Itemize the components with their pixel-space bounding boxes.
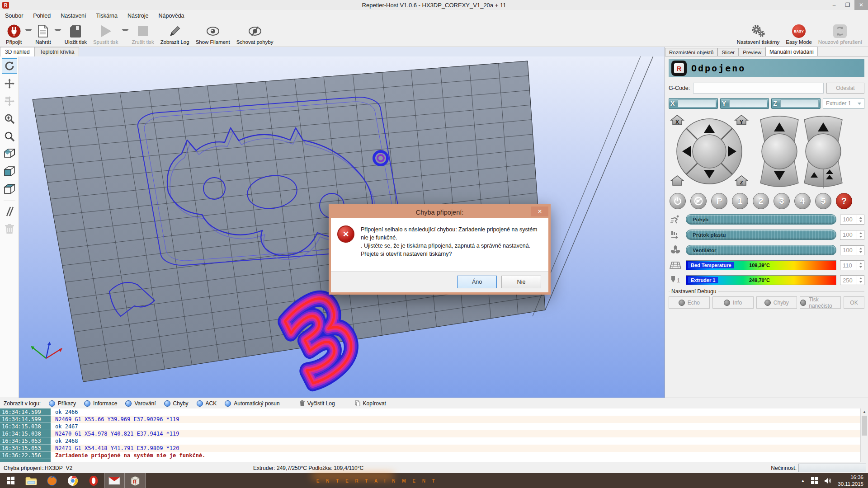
help-button[interactable]: ?: [836, 193, 852, 209]
spin-up-icon[interactable]: [859, 248, 862, 249]
home-x-button[interactable]: X: [671, 115, 684, 125]
front-view-button[interactable]: [2, 164, 17, 179]
power-button[interactable]: [670, 193, 686, 209]
tray-expand-icon[interactable]: ▲: [801, 479, 805, 483]
tab-object-placement[interactable]: Rozmístění objektů: [665, 48, 717, 56]
firefox-button[interactable]: [42, 473, 62, 488]
debug-dry-run-button[interactable]: Tisk nanečisto: [800, 296, 841, 309]
menu-nastroje[interactable]: Nástroje: [123, 11, 154, 21]
send-gcode-button[interactable]: Odeslat: [826, 83, 864, 94]
debug-echo-button[interactable]: Echo: [669, 296, 710, 309]
gcode-input[interactable]: [693, 83, 824, 94]
scroll-up-icon[interactable]: ▲: [861, 408, 868, 415]
clear-log-button[interactable]: Vyčistit Log: [300, 400, 335, 407]
preset-4-button[interactable]: 4: [794, 193, 811, 209]
filter-errors[interactable]: Chyby: [164, 400, 189, 407]
file-explorer-button[interactable]: [21, 473, 42, 488]
minimize-button[interactable]: –: [827, 0, 841, 10]
y-position-bar[interactable]: Y: [720, 98, 769, 109]
extruder-select[interactable]: Extruder 1: [823, 98, 864, 109]
extruder-jog-control[interactable]: [804, 116, 842, 188]
network-icon[interactable]: [811, 477, 818, 484]
chrome-button[interactable]: [62, 473, 83, 488]
cancel-print-button[interactable]: Zrušit tisk: [129, 21, 157, 47]
load-dropdown-caret[interactable]: [54, 29, 61, 31]
clock[interactable]: 16:36 30.11.2015: [838, 474, 863, 487]
speed-spinner[interactable]: 100: [840, 215, 864, 225]
log-scrollbar[interactable]: ▲: [860, 408, 868, 462]
fan-slider[interactable]: Ventilátor: [686, 245, 836, 255]
fan-spinner[interactable]: 100: [840, 245, 864, 255]
x-position-bar[interactable]: X: [669, 98, 718, 109]
xy-jog-pad[interactable]: [677, 119, 742, 184]
filter-commands[interactable]: Příkazy: [49, 400, 76, 407]
pan-view-button[interactable]: [2, 76, 17, 91]
copy-log-button[interactable]: Kopírovat: [355, 400, 386, 407]
spin-up-icon[interactable]: [859, 263, 862, 264]
filter-information[interactable]: Informace: [84, 400, 117, 407]
move-object-button[interactable]: [2, 94, 17, 109]
start-button[interactable]: [0, 473, 21, 488]
printer-settings-button[interactable]: Nastavení tiskárny: [734, 21, 783, 47]
debug-errors-button[interactable]: Chyby: [756, 296, 797, 309]
parallel-projection-button[interactable]: [2, 204, 17, 219]
dialog-yes-button[interactable]: Áno: [457, 276, 497, 288]
log-area[interactable]: 16:34:14.599ok 2466 16:34:14.599N2469 G1…: [0, 408, 868, 462]
tab-preview[interactable]: Preview: [739, 48, 765, 56]
menu-napoveda[interactable]: Nápověda: [154, 11, 189, 21]
menu-tiskarna[interactable]: Tiskárna: [91, 11, 123, 21]
tab-3d-preview[interactable]: 3D náhled: [0, 47, 35, 56]
z-position-bar[interactable]: Z: [771, 98, 821, 109]
home-y-button[interactable]: Y: [735, 115, 748, 125]
spin-down-icon[interactable]: [859, 266, 862, 268]
filter-ack[interactable]: ACK: [197, 400, 217, 407]
start-print-dropdown-caret[interactable]: [122, 29, 129, 31]
spin-up-icon[interactable]: [859, 277, 862, 279]
dialog-close-button[interactable]: ✕: [531, 206, 548, 216]
hide-travel-button[interactable]: Schovat pohyby: [233, 21, 277, 47]
maximize-button[interactable]: ❐: [841, 0, 854, 10]
preset-2-button[interactable]: 2: [753, 193, 769, 209]
isometric-view-button[interactable]: [2, 146, 17, 162]
mail-app-button[interactable]: [104, 473, 125, 488]
preset-1-button[interactable]: 1: [732, 193, 748, 209]
zoom-in-button[interactable]: [2, 111, 17, 127]
opera-button[interactable]: [83, 473, 104, 488]
speaker-icon[interactable]: [824, 478, 831, 484]
extruder-temperature-spinner[interactable]: 250: [840, 275, 864, 285]
spin-down-icon[interactable]: [859, 221, 862, 222]
scroll-thumb[interactable]: [862, 416, 867, 436]
speed-slider[interactable]: Pohyb: [686, 214, 836, 225]
repetier-host-taskbar-button[interactable]: R: [125, 473, 146, 488]
park-button[interactable]: P: [711, 193, 727, 209]
dialog-title-bar[interactable]: Chyba připojení: ✕: [331, 206, 548, 218]
dialog-no-button[interactable]: Nie: [501, 276, 541, 288]
tab-manual-control[interactable]: Manuální ovládání: [765, 47, 818, 56]
spin-up-icon[interactable]: [859, 232, 862, 234]
delete-object-button[interactable]: [2, 221, 17, 237]
fit-view-button[interactable]: [2, 129, 17, 144]
load-button[interactable]: Nahrát: [32, 21, 54, 47]
show-filament-button[interactable]: Show Filament: [193, 21, 233, 47]
z-jog-control[interactable]: [760, 116, 798, 187]
home-all-button[interactable]: [671, 176, 684, 185]
menu-pohled[interactable]: Pohled: [28, 11, 56, 21]
tab-temperature-curve[interactable]: Teplotní křivka: [35, 47, 80, 56]
debug-info-button[interactable]: Info: [712, 296, 754, 309]
top-view-button[interactable]: [2, 182, 17, 197]
rotate-view-button[interactable]: [2, 58, 17, 74]
emergency-stop-button[interactable]: Nouzové přerušení: [815, 21, 865, 47]
bed-temperature-bar[interactable]: Bed Temperature 109,39°C: [686, 260, 836, 270]
filter-autoscroll[interactable]: Automatický posun: [225, 400, 279, 407]
preset-3-button[interactable]: 3: [774, 193, 790, 209]
close-button[interactable]: ✕: [854, 0, 868, 10]
spin-up-icon[interactable]: [859, 217, 862, 219]
motors-off-button[interactable]: [690, 193, 707, 209]
extruder-temperature-bar[interactable]: Extruder 1 249,70°C: [686, 275, 836, 285]
easy-mode-button[interactable]: EASY Easy Mode: [783, 21, 815, 47]
flow-spinner[interactable]: 100: [840, 230, 864, 240]
bed-temperature-spinner[interactable]: 110: [840, 260, 864, 270]
tab-slicer[interactable]: Slicer: [717, 48, 739, 56]
menu-soubor[interactable]: Soubor: [0, 11, 28, 21]
debug-ok-button[interactable]: OK: [844, 296, 864, 309]
